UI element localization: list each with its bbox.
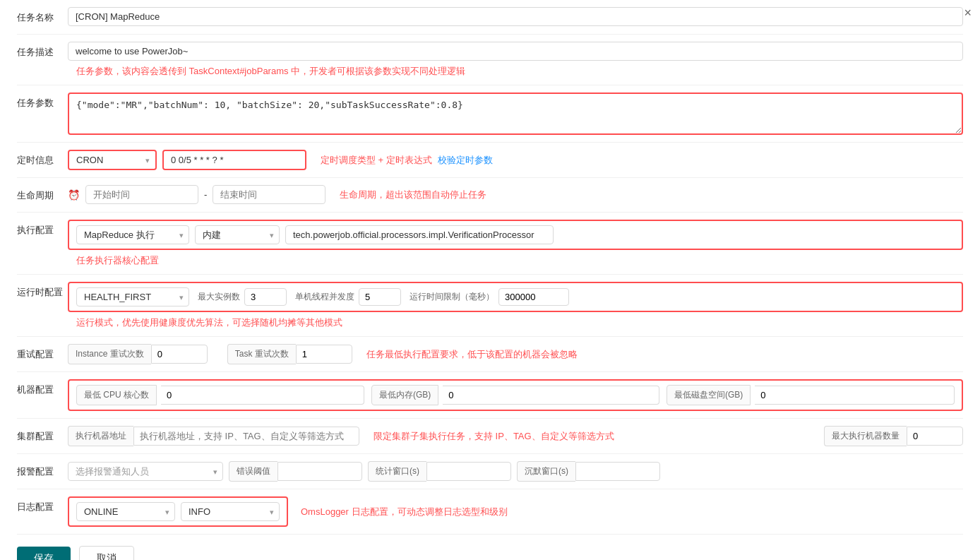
instance-retry-input[interactable] [151,345,208,364]
log-type-wrapper: ONLINE LOCAL NONE [76,502,175,521]
min-mem-item: 最低内存(GB) [371,385,659,405]
task-params-annotation: 任务参数，该内容会透传到 TaskContext#jobParams 中，开发者… [76,65,465,78]
runtime-annotation: 运行模式，优先使用健康度优先算法，可选择随机均摊等其他模式 [76,316,342,329]
task-desc-content: 任务参数，该内容会透传到 TaskContext#jobParams 中，开发者… [68,42,963,78]
footer-row: 保存 取消 [0,535,980,560]
task-desc-row: 任务描述 任务参数，该内容会透传到 TaskContext#jobParams … [0,35,980,85]
time-limit-item: 运行时间限制（毫秒） [410,288,569,306]
lifecycle-start-input[interactable] [85,185,198,204]
log-level-select[interactable]: INFO DEBUG WARN ERROR [181,502,280,521]
alarm-config-row: 报警配置 选择报警通知人员 错误阈值 统计窗口(s) 沉默窗口(s) [0,454,980,489]
min-disk-input[interactable] [755,386,955,405]
instance-retry-label: Instance 重试次数 [68,344,151,364]
timing-annotation: 定时调度类型 + 定时表达式 [321,154,432,167]
exec-annotation: 任务执行器核心配置 [76,254,159,267]
log-annotation: OmsLogger 日志配置，可动态调整日志选型和级别 [301,506,508,518]
task-name-label: 任务名称 [17,7,68,24]
min-mem-input[interactable] [443,386,659,405]
alarm-threshold-label: 错误阈值 [229,461,277,482]
task-name-content [68,7,963,26]
cron-expr-wrapper [162,150,306,170]
runtime-mode-select[interactable]: HEALTH_FIRST RANDOM ROUND_ROBIN [76,287,189,306]
lifecycle-content: ⏰ - 生命周期，超出该范围自动停止任务 [68,185,963,204]
cancel-button[interactable]: 取消 [79,546,134,560]
machine-config-row: 机器配置 最低 CPU 核心数 最低内存(GB) 最低磁盘空间(GB) [0,372,980,418]
lifecycle-label: 生命周期 [17,185,68,202]
min-cpu-label: 最低 CPU 核心数 [76,385,157,405]
log-config-row: 日志配置 ONLINE LOCAL NONE INFO DEBUG WARN E… [0,489,980,534]
time-limit-label: 运行时间限制（毫秒） [410,291,494,303]
task-name-input[interactable] [68,7,963,26]
cron-expr-input[interactable] [164,151,305,169]
alarm-threshold-input[interactable] [277,462,362,481]
task-retry-label: Task 重试次数 [227,344,296,364]
alarm-silencewindow-input[interactable] [575,462,660,481]
runtime-mode-wrapper: HEALTH_FIRST RANDOM ROUND_ROBIN [76,287,189,306]
lifecycle-row: 生命周期 ⏰ - 生命周期，超出该范围自动停止任务 [0,178,980,212]
log-type-select[interactable]: ONLINE LOCAL NONE [76,502,175,521]
close-button[interactable]: × [964,6,972,20]
task-params-label: 任务参数 [17,93,68,109]
alarm-statwindow-group: 统计窗口(s) [368,461,511,482]
thread-concurrency-item: 单机线程并发度 [295,288,401,306]
machine-config-label: 机器配置 [17,379,68,396]
verify-cron-button[interactable]: 校验定时参数 [438,154,493,167]
exec-processor-input[interactable] [285,225,554,244]
save-button[interactable]: 保存 [17,547,71,560]
min-cpu-input[interactable] [161,386,364,405]
clock-icon: ⏰ [68,189,80,201]
runtime-config-label: 运行时配置 [17,282,68,299]
timing-label: 定时信息 [17,150,68,167]
retry-annotation: 任务最低执行配置要求，低于该配置的机器会被忽略 [366,348,578,361]
min-disk-label: 最低磁盘空间(GB) [667,385,751,405]
cluster-addr-input[interactable] [133,427,359,446]
log-config-label: 日志配置 [17,496,68,513]
instance-retry-group: Instance 重试次数 [68,344,208,364]
exec-type-wrapper: 内建 脚本 HTTP [195,225,280,244]
min-mem-label: 最低内存(GB) [371,385,438,405]
task-desc-input[interactable] [68,42,963,61]
machine-config-box: 最低 CPU 核心数 最低内存(GB) 最低磁盘空间(GB) [68,379,963,411]
runtime-config-box: HEALTH_FIRST RANDOM ROUND_ROBIN 最大实例数 单机… [68,282,963,312]
thread-concurrency-input[interactable] [359,288,401,306]
lifecycle-separator: - [204,189,207,200]
exec-mode-select[interactable]: MapReduce 执行 单机执行 广播执行 Map 执行 [76,225,189,244]
modal-container: × 任务名称 任务描述 任务参数，该内容会透传到 TaskContext#job… [0,0,980,560]
alarm-statwindow-input[interactable] [426,462,511,481]
lifecycle-end-input[interactable] [213,185,325,204]
thread-concurrency-label: 单机线程并发度 [295,291,354,303]
runtime-config-content: HEALTH_FIRST RANDOM ROUND_ROBIN 最大实例数 单机… [68,282,963,329]
exec-config-label: 执行配置 [17,220,68,237]
log-config-content: ONLINE LOCAL NONE INFO DEBUG WARN ERROR … [68,496,963,527]
alarm-silencewindow-label: 沉默窗口(s) [517,461,575,482]
exec-config-box: MapReduce 执行 单机执行 广播执行 Map 执行 内建 脚本 HTTP [68,220,963,250]
lifecycle-annotation: 生命周期，超出该范围自动停止任务 [340,189,486,201]
alarm-silencewindow-group: 沉默窗口(s) [517,461,660,482]
task-params-content: {"mode":"MR","batchNum": 10, "batchSize"… [68,93,963,135]
cron-row: CRON FIXED_RATE FIXED_DELAY API 定时调度类型 +… [68,150,963,170]
alarm-person-select[interactable]: 选择报警通知人员 [68,462,223,481]
machine-config-content: 最低 CPU 核心数 最低内存(GB) 最低磁盘空间(GB) [68,379,963,411]
retry-config-content: Instance 重试次数 Task 重试次数 任务最低执行配置要求，低于该配置… [68,344,963,364]
task-retry-group: Task 重试次数 [227,344,352,364]
task-params-input[interactable]: {"mode":"MR","batchNum": 10, "batchSize"… [68,93,963,135]
cluster-config-label: 集群配置 [17,426,68,443]
alarm-row: 选择报警通知人员 错误阈值 统计窗口(s) 沉默窗口(s) [68,461,963,482]
alarm-config-label: 报警配置 [17,461,68,478]
task-retry-input[interactable] [296,345,352,364]
timing-type-select[interactable]: CRON FIXED_RATE FIXED_DELAY API [69,151,155,169]
lifecycle-inputs: ⏰ - 生命周期，超出该范围自动停止任务 [68,185,486,204]
exec-config-content: MapReduce 执行 单机执行 广播执行 Map 执行 内建 脚本 HTTP… [68,220,963,267]
exec-type-select[interactable]: 内建 脚本 HTTP [195,225,280,244]
max-machine-input[interactable] [907,427,963,446]
task-params-row: 任务参数 {"mode":"MR","batchNum": 10, "batch… [0,85,980,142]
cluster-row: 执行机器地址 限定集群子集执行任务，支持 IP、TAG、自定义等筛选方式 最大执… [68,426,963,446]
time-limit-input[interactable] [498,288,569,306]
timing-type-wrapper: CRON FIXED_RATE FIXED_DELAY API [68,150,157,170]
cluster-addr-label: 执行机器地址 [68,426,133,446]
timing-content: CRON FIXED_RATE FIXED_DELAY API 定时调度类型 +… [68,150,963,170]
min-cpu-item: 最低 CPU 核心数 [76,385,364,405]
min-disk-item: 最低磁盘空间(GB) [667,385,955,405]
retry-row: Instance 重试次数 Task 重试次数 任务最低执行配置要求，低于该配置… [68,344,963,364]
max-instance-input[interactable] [244,288,287,306]
